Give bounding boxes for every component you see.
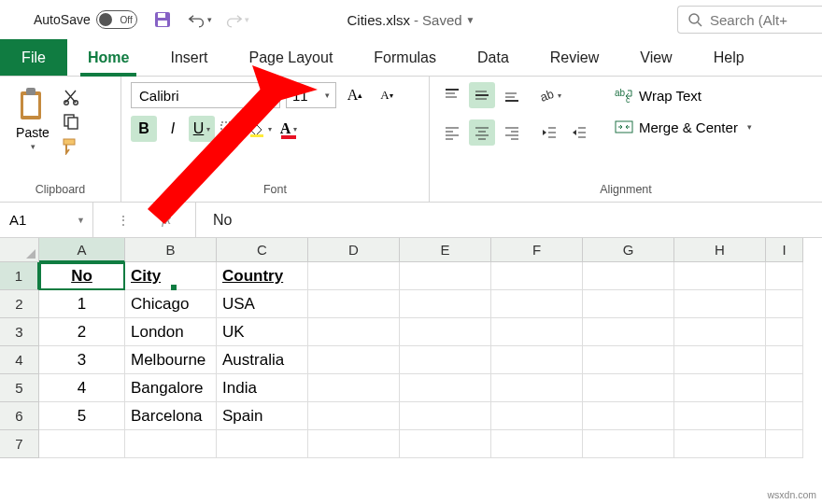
cell[interactable]: USA (217, 290, 308, 318)
cell[interactable] (308, 374, 400, 402)
cell[interactable] (766, 402, 803, 430)
paste-button[interactable]: Paste ▾ (9, 82, 56, 151)
cancel-formula-icon[interactable]: ⋮ (117, 213, 130, 228)
row-header[interactable]: 6 (0, 402, 39, 430)
cell[interactable] (674, 262, 766, 290)
cell[interactable] (583, 374, 674, 402)
cell[interactable] (400, 374, 491, 402)
cell[interactable] (674, 430, 766, 458)
align-right-icon[interactable] (499, 119, 525, 146)
cell[interactable] (674, 374, 766, 402)
align-center-icon[interactable] (469, 119, 495, 146)
cell[interactable] (583, 346, 674, 374)
tab-data[interactable]: Data (457, 39, 530, 76)
cell[interactable]: 5 (39, 402, 125, 430)
bold-button[interactable]: B (131, 116, 157, 142)
tab-view[interactable]: View (619, 39, 692, 76)
cell[interactable]: Chicago (125, 290, 217, 318)
cell[interactable] (583, 402, 674, 430)
align-top-icon[interactable] (439, 82, 465, 108)
col-header[interactable]: H (674, 238, 766, 262)
cell[interactable] (491, 430, 583, 458)
row-header[interactable]: 7 (0, 430, 39, 458)
cell[interactable] (583, 290, 674, 318)
row-header[interactable]: 5 (0, 374, 39, 402)
cell[interactable]: 4 (39, 374, 125, 402)
cell[interactable] (217, 430, 308, 458)
cell[interactable] (125, 430, 217, 458)
cell[interactable]: Melbourne (125, 346, 217, 374)
increase-indent-icon[interactable] (566, 119, 592, 146)
cell[interactable]: 3 (39, 346, 125, 374)
font-size-selector[interactable]: 11▾ (286, 82, 336, 108)
cell[interactable]: Bangalore (125, 374, 217, 402)
cell[interactable]: UK (217, 318, 308, 346)
redo-icon[interactable]: ▾ (225, 7, 249, 32)
cell[interactable] (766, 430, 803, 458)
cell[interactable] (308, 346, 400, 374)
cell[interactable] (766, 318, 803, 346)
cell[interactable]: 1 (39, 290, 125, 318)
cell[interactable] (674, 318, 766, 346)
tab-file[interactable]: File (0, 39, 67, 76)
fx-icon[interactable]: fx (150, 213, 182, 228)
cell[interactable] (674, 402, 766, 430)
cell[interactable] (491, 374, 583, 402)
col-header[interactable]: G (583, 238, 674, 262)
cell[interactable]: Barcelona (125, 402, 217, 430)
decrease-indent-icon[interactable] (536, 119, 562, 146)
cell[interactable] (308, 430, 400, 458)
tab-home[interactable]: Home (67, 39, 149, 76)
cell[interactable] (491, 402, 583, 430)
cell[interactable] (400, 402, 491, 430)
cell[interactable]: 2 (39, 318, 125, 346)
fill-color-button[interactable]: ▾ (247, 116, 273, 142)
row-header[interactable]: 3 (0, 318, 39, 346)
cell[interactable] (400, 346, 491, 374)
cell[interactable] (674, 290, 766, 318)
col-header[interactable]: D (308, 238, 400, 262)
cell[interactable] (766, 262, 803, 290)
select-all-corner[interactable] (0, 238, 39, 262)
align-left-icon[interactable] (439, 119, 465, 146)
tab-review[interactable]: Review (530, 39, 619, 76)
wrap-text-button[interactable]: abc Wrap Text (609, 82, 758, 108)
row-header[interactable]: 2 (0, 290, 39, 318)
cell[interactable]: India (217, 374, 308, 402)
cell[interactable] (674, 346, 766, 374)
merge-center-button[interactable]: Merge & Center ▾ (609, 114, 758, 140)
cell[interactable] (308, 402, 400, 430)
row-header[interactable]: 1 (0, 262, 39, 290)
font-name-selector[interactable]: Calibri▾ (131, 82, 280, 108)
cell[interactable] (308, 290, 400, 318)
autosave-toggle[interactable]: Off (96, 10, 137, 29)
col-header[interactable]: C (217, 238, 308, 262)
col-header[interactable]: F (491, 238, 583, 262)
cell[interactable] (400, 290, 491, 318)
cell[interactable] (400, 430, 491, 458)
cell[interactable]: Australia (217, 346, 308, 374)
align-bottom-icon[interactable] (499, 82, 525, 108)
cell[interactable] (766, 346, 803, 374)
cell[interactable]: London (125, 318, 217, 346)
cell[interactable] (400, 262, 491, 290)
cell[interactable] (491, 318, 583, 346)
cell[interactable]: No (39, 262, 125, 290)
tab-help[interactable]: Help (693, 39, 765, 76)
increase-font-icon[interactable]: A▴ (342, 82, 368, 108)
decrease-font-icon[interactable]: A▾ (374, 82, 400, 108)
document-title[interactable]: Cities.xlsx - Saved ▼ (347, 12, 475, 28)
col-header[interactable]: I (766, 238, 803, 262)
cell[interactable]: Spain (217, 402, 308, 430)
cell[interactable] (491, 346, 583, 374)
cell[interactable] (766, 374, 803, 402)
underline-button[interactable]: U▾ (189, 116, 215, 142)
tab-formulas[interactable]: Formulas (353, 39, 457, 76)
col-header[interactable]: B (125, 238, 217, 262)
cell[interactable] (308, 262, 400, 290)
cell[interactable] (583, 318, 674, 346)
italic-button[interactable]: I (160, 116, 186, 142)
undo-icon[interactable]: ▾ (188, 7, 212, 32)
cell[interactable]: Country (217, 262, 308, 290)
save-icon[interactable] (150, 7, 175, 32)
